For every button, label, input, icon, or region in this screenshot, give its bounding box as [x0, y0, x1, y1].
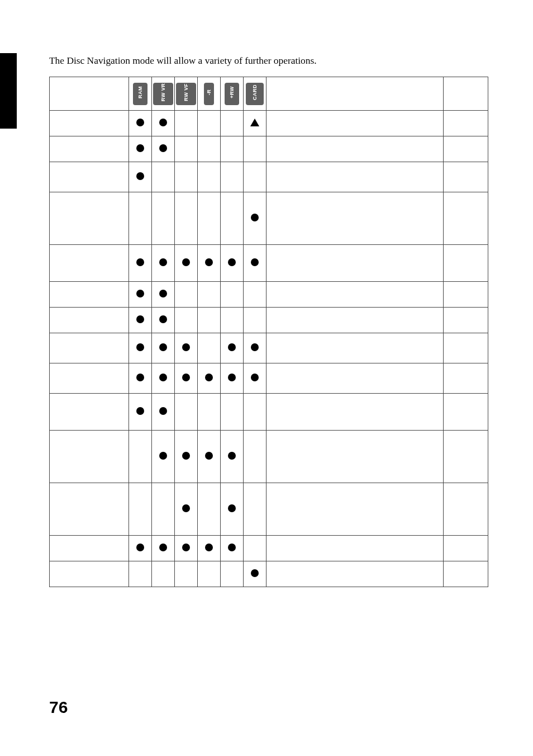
dot-icon — [159, 407, 167, 415]
dot-icon — [228, 343, 236, 351]
media-cell — [221, 192, 244, 245]
media-cell — [129, 333, 152, 363]
media-cell — [129, 363, 152, 394]
dot-icon — [159, 258, 167, 266]
media-cell — [152, 162, 175, 192]
dot-icon — [228, 374, 236, 381]
media-cell — [221, 282, 244, 308]
media-cell — [198, 363, 221, 394]
dot-icon — [136, 144, 144, 152]
media-cell — [129, 431, 152, 483]
description-cell — [266, 308, 444, 333]
media-cell — [152, 561, 175, 587]
reference-cell — [444, 192, 488, 245]
dot-icon — [159, 343, 167, 351]
reference-cell — [444, 333, 488, 363]
table-row — [50, 245, 488, 282]
media-cell — [152, 431, 175, 483]
media-cell — [221, 245, 244, 282]
media-cell — [129, 536, 152, 561]
dot-icon — [251, 343, 259, 351]
media-cell — [244, 162, 266, 192]
dot-icon — [136, 544, 144, 551]
dot-icon — [182, 343, 190, 351]
media-cell — [129, 282, 152, 308]
media-cell — [244, 483, 266, 536]
reference-cell — [444, 136, 488, 162]
description-cell — [266, 245, 444, 282]
reference-cell — [444, 483, 488, 536]
dot-icon — [205, 544, 213, 551]
row-label-cell — [50, 111, 129, 136]
media-cell — [244, 245, 266, 282]
media-cell — [198, 561, 221, 587]
row-label-cell — [50, 363, 129, 394]
media-cell — [175, 136, 198, 162]
col-plus-rw: +RW — [221, 77, 244, 111]
media-cell — [244, 536, 266, 561]
row-label-cell — [50, 192, 129, 245]
table-row — [50, 363, 488, 394]
table-row — [50, 561, 488, 587]
media-cell — [244, 561, 266, 587]
dot-icon — [228, 504, 236, 512]
table-row — [50, 431, 488, 483]
dot-icon — [205, 258, 213, 266]
intro-paragraph: The Disc Navigation mode will allow a va… — [49, 55, 488, 67]
row-label-cell — [50, 536, 129, 561]
row-label-cell — [50, 394, 129, 431]
row-label-cell — [50, 162, 129, 192]
media-cell — [198, 192, 221, 245]
media-cell — [221, 431, 244, 483]
media-cell — [175, 282, 198, 308]
row-label-cell — [50, 561, 129, 587]
media-cell — [221, 536, 244, 561]
dot-icon — [136, 374, 144, 381]
description-cell — [266, 111, 444, 136]
media-cell — [129, 483, 152, 536]
media-cell — [129, 561, 152, 587]
media-cell — [175, 561, 198, 587]
media-cell — [221, 483, 244, 536]
media-cell — [244, 282, 266, 308]
table-header-row: RAM RW VR RW VF -R +RW CARD — [50, 77, 488, 111]
description-cell — [266, 536, 444, 561]
functions-table: RAM RW VR RW VF -R +RW CARD — [49, 77, 488, 587]
media-cell — [175, 483, 198, 536]
row-label-cell — [50, 136, 129, 162]
media-cell — [129, 245, 152, 282]
media-cell — [175, 363, 198, 394]
col-rwvr: RW VR — [152, 77, 175, 111]
row-label-cell — [50, 308, 129, 333]
row-label-cell — [50, 483, 129, 536]
media-cell — [244, 111, 266, 136]
media-cell — [175, 536, 198, 561]
dot-icon — [136, 172, 144, 180]
table-row — [50, 483, 488, 536]
row-label-cell — [50, 431, 129, 483]
reference-cell — [444, 536, 488, 561]
row-label-cell — [50, 245, 129, 282]
media-cell — [244, 136, 266, 162]
media-cell — [198, 308, 221, 333]
table-row — [50, 394, 488, 431]
dot-icon — [182, 374, 190, 381]
dot-icon — [159, 119, 167, 126]
col-card: CARD — [244, 77, 266, 111]
dot-icon — [228, 544, 236, 551]
dot-icon — [205, 374, 213, 381]
side-tab — [0, 53, 17, 129]
dot-icon — [205, 452, 213, 460]
media-cell — [152, 308, 175, 333]
dot-icon — [159, 144, 167, 152]
dot-icon — [136, 343, 144, 351]
media-cell — [129, 111, 152, 136]
description-cell — [266, 282, 444, 308]
dot-icon — [159, 452, 167, 460]
description-cell — [266, 136, 444, 162]
media-cell — [175, 162, 198, 192]
media-cell — [198, 431, 221, 483]
media-cell — [129, 308, 152, 333]
triangle-icon — [250, 119, 259, 126]
table-row — [50, 333, 488, 363]
